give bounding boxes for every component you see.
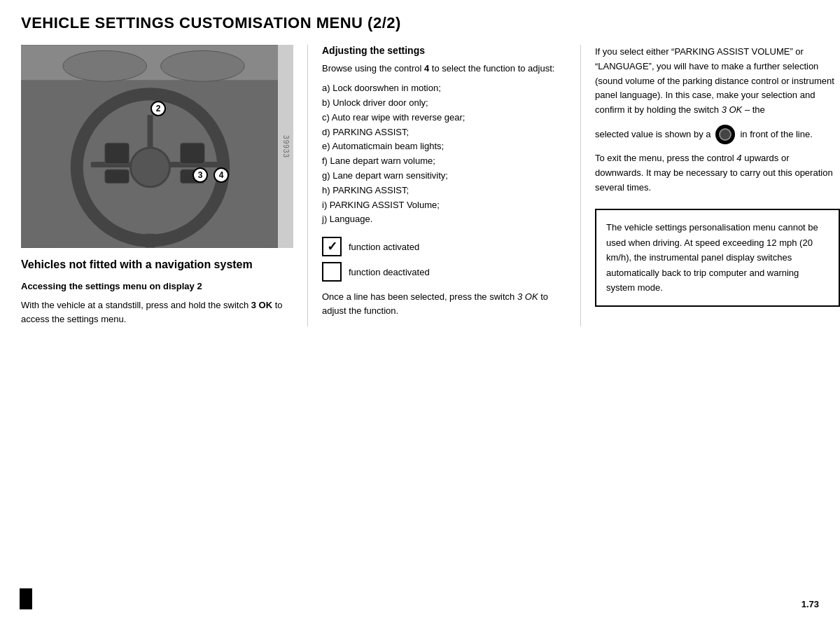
svg-point-3 <box>63 50 147 81</box>
function-activated-row: function activated <box>322 237 566 256</box>
ok-circle-icon <box>715 125 735 144</box>
svg-point-4 <box>160 50 244 81</box>
right-column: If you select either “PARKING ASSIST VOL… <box>581 45 840 326</box>
in-front-text: in front of the line. <box>740 127 812 142</box>
image-code: 39933 <box>282 135 290 158</box>
svg-point-10 <box>131 148 170 187</box>
badge-2: 2 <box>150 101 166 116</box>
selected-value-text: selected value is shown by a <box>595 127 710 142</box>
image-sidebar-strip: 39933 <box>278 45 293 248</box>
page-title: VEHICLE SETTINGS CUSTOMISATION MENU (2/2… <box>21 14 819 32</box>
list-item: b) Unlock driver door only; <box>322 96 566 111</box>
steering-wheel-graphic: 2 3 4 <box>21 45 293 248</box>
left-body-text: With the vehicle at a standstill, press … <box>21 298 293 326</box>
badge-4: 4 <box>214 167 229 183</box>
function-list: a) Lock doorswhen in motion; b) Unlock d… <box>322 81 566 227</box>
list-item: i) PARKING ASSIST Volume; <box>322 198 566 213</box>
list-item: g) Lane depart warn sensitivity; <box>322 169 566 184</box>
page-container: VEHICLE SETTINGS CUSTOMISATION MENU (2/2… <box>0 0 840 622</box>
list-item: d) PARKING ASSIST; <box>322 125 566 140</box>
mid-column: Adjusting the settings Browse using the … <box>308 45 581 326</box>
note-box: The vehicle settings personalisation men… <box>595 209 840 306</box>
function-deactivated-row: function deactivated <box>322 262 566 282</box>
steering-wheel-svg <box>21 45 293 248</box>
function-activated-label: function activated <box>349 242 419 252</box>
steering-image: 2 3 4 39933 <box>21 45 293 248</box>
right-para1: If you select either “PARKING ASSIST VOL… <box>595 45 840 118</box>
list-item: h) PARKING ASSIST; <box>322 184 566 198</box>
once-text: Once a line has been selected, press the… <box>322 290 566 318</box>
adjust-heading: Adjusting the settings <box>322 45 566 56</box>
checkbox-checked-icon <box>322 237 342 256</box>
svg-rect-13 <box>180 143 204 164</box>
checkbox-unchecked-icon <box>322 262 342 282</box>
ok-icon-inner <box>719 128 732 141</box>
list-item: c) Auto rear wipe with reverse gear; <box>322 111 566 125</box>
left-subsection-heading: Accessing the settings menu on display 2 <box>21 281 293 293</box>
content-grid: 2 3 4 39933 Vehicles not fitted with a n… <box>21 45 819 326</box>
right-para2: selected value is shown by a in front of… <box>595 125 840 144</box>
left-column: 2 3 4 39933 Vehicles not fitted with a n… <box>21 45 308 326</box>
list-item: f) Lane depart warn volume; <box>322 154 566 169</box>
list-item: a) Lock doorswhen in motion; <box>322 81 566 96</box>
svg-rect-6 <box>146 234 155 248</box>
intro-text: Browse using the control 4 to select the… <box>322 62 566 76</box>
svg-rect-2 <box>21 45 293 80</box>
svg-rect-12 <box>105 170 130 184</box>
left-accent-bar <box>20 588 32 609</box>
left-section-heading: Vehicles not fitted with a navigation sy… <box>21 258 293 272</box>
badge-3: 3 <box>192 167 208 183</box>
svg-rect-11 <box>105 143 130 164</box>
list-item: e) Automaticmain beam lights; <box>322 139 566 154</box>
right-para3: To exit the menu, press the control 4 up… <box>595 151 840 195</box>
list-item: j) Language. <box>322 212 566 227</box>
page-number: 1.73 <box>802 599 819 609</box>
function-deactivated-label: function deactivated <box>349 267 430 277</box>
